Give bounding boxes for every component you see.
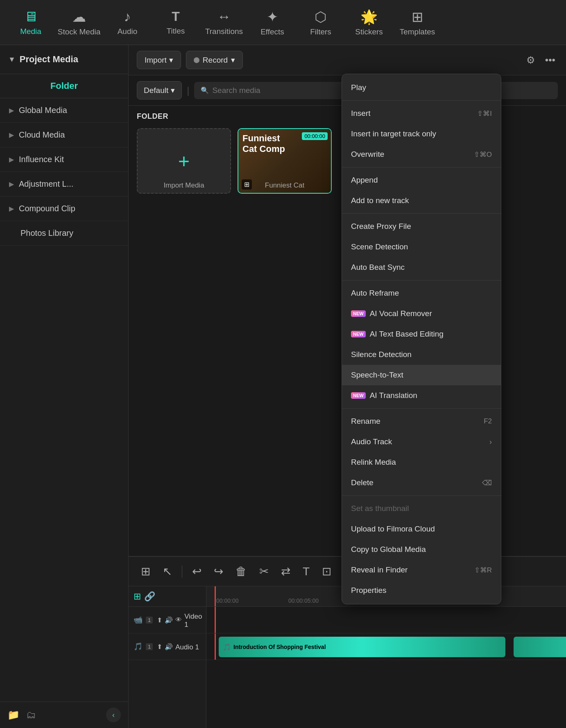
ctx-ai-vocal[interactable]: NEW AI Vocal Remover [342, 303, 501, 324]
import-button[interactable]: Import ▾ [137, 51, 181, 69]
funniest-cat-card[interactable]: FunniestCat Comp 00:00:00 ⊞ Funniest Cat [238, 128, 332, 194]
ctx-create-proxy[interactable]: Create Proxy File [342, 216, 501, 237]
grid-view-tool[interactable]: ⊞ [137, 562, 154, 581]
filters-icon: ⬡ [315, 9, 327, 25]
project-media-chevron[interactable]: ▼ [8, 55, 16, 64]
timeline-left-panel: ⊞ 🔗 📹 1 ⬆ 🔊 👁 Video 1 🎵 [129, 586, 206, 728]
nav-stock-media[interactable]: ☁ Stock Media [57, 4, 102, 41]
media-icon: 🖥 [24, 9, 38, 25]
ctx-add-new-track[interactable]: Add to new track [342, 190, 501, 211]
cut-tool[interactable]: ✂ [255, 562, 273, 581]
playhead[interactable] [215, 586, 216, 606]
ctx-properties[interactable]: Properties [342, 580, 501, 601]
ctx-ai-vocal-label-wrap: NEW AI Vocal Remover [351, 309, 432, 318]
clip-music-icon: 🎵 [223, 643, 231, 651]
selection-tool[interactable]: ↖ [158, 562, 176, 581]
ctx-play[interactable]: Play [342, 77, 501, 98]
audio-track-label: Audio 1 [175, 643, 199, 651]
main-area: ▼ Project Media Folder ▶ Global Media ▶ … [0, 45, 566, 728]
sidebar-item-cloud-media[interactable]: ▶ Cloud Media [0, 123, 128, 147]
ctx-delete-label-wrap: Delete [351, 478, 374, 487]
video-visible-icon[interactable]: 👁 [175, 616, 182, 624]
audio-export-icon[interactable]: ⬆ [157, 643, 162, 651]
record-button[interactable]: Record ▾ [186, 51, 243, 69]
redo-tool[interactable]: ↪ [210, 562, 227, 581]
ctx-delete[interactable]: Delete ⌫ [342, 473, 501, 493]
import-media-card[interactable]: + Import Media [137, 128, 231, 194]
ctx-ai-translation[interactable]: NEW AI Translation [342, 385, 501, 406]
ctx-speech-label: Speech-to-Text [351, 371, 403, 380]
ctx-reveal-finder[interactable]: Reveal in Finder ⇧⌘R [342, 560, 501, 580]
nav-media[interactable]: 🖥 Media [8, 4, 53, 41]
ctx-copy-global[interactable]: Copy to Global Media [342, 539, 501, 560]
ctx-auto-beat[interactable]: Auto Beat Sync [342, 257, 501, 278]
delete-tool[interactable]: 🗑 [231, 562, 251, 581]
ctx-ai-text[interactable]: NEW AI Text Based Editing [342, 324, 501, 344]
audio-mute-icon[interactable]: 🔊 [165, 643, 173, 651]
sidebar-item-label: Cloud Media [19, 130, 65, 140]
stock-media-icon: ☁ [72, 9, 86, 25]
undo-tool[interactable]: ↩ [188, 562, 206, 581]
ctx-audio-track-label-wrap: Audio Track [351, 437, 392, 446]
add-media-icon: + [178, 150, 190, 172]
ctx-scene-detection[interactable]: Scene Detection [342, 237, 501, 257]
left-sidebar: ▼ Project Media Folder ▶ Global Media ▶ … [0, 45, 129, 728]
nav-effects[interactable]: ✦ Effects [250, 4, 295, 41]
ctx-reveal-shortcut: ⇧⌘R [474, 566, 492, 574]
record-label: Record [203, 56, 228, 65]
ctx-append[interactable]: Append [342, 170, 501, 190]
video-track-label: Video 1 [184, 613, 202, 629]
nav-transitions-label: Transitions [205, 27, 243, 36]
ctx-upload-filmora[interactable]: Upload to Filmora Cloud [342, 519, 501, 539]
video-thumb-grid-icon: ⊞ [242, 179, 252, 190]
record-chevron-icon: ▾ [231, 55, 235, 65]
ctx-insert-target-label-wrap: Insert in target track only [351, 129, 436, 138]
video-mute-icon[interactable]: 🔊 [165, 616, 173, 624]
nav-filters[interactable]: ⬡ Filters [298, 4, 343, 41]
ctx-relink-media[interactable]: Relink Media [342, 452, 501, 473]
ctx-speech-to-text[interactable]: Speech-to-Text [342, 365, 501, 385]
sidebar-item-adjustment[interactable]: ▶ Adjustment L... [0, 172, 128, 197]
nav-titles[interactable]: T Titles [153, 4, 198, 41]
ctx-silence-detection[interactable]: Silence Detection [342, 344, 501, 365]
sidebar-item-global-media[interactable]: ▶ Global Media [0, 98, 128, 123]
ctx-copy-global-label: Copy to Global Media [351, 545, 426, 554]
nav-titles-label: Titles [167, 27, 185, 36]
sidebar-item-photos-library[interactable]: Photos Library [0, 221, 128, 246]
split-tool[interactable]: ⇄ [277, 562, 294, 581]
text-tool[interactable]: T [299, 563, 314, 581]
stickers-icon: 🌟 [360, 9, 378, 25]
ctx-rename[interactable]: Rename F2 [342, 411, 501, 432]
sidebar-item-influence-kit[interactable]: ▶ Influence Kit [0, 147, 128, 172]
nav-templates[interactable]: ⊞ Templates [395, 4, 440, 41]
top-nav: 🖥 Media ☁ Stock Media ♪ Audio T Titles ↔… [0, 0, 566, 45]
audio-clip-2[interactable] [514, 637, 566, 657]
add-folder-icon[interactable]: 📁 [7, 709, 20, 721]
nav-audio[interactable]: ♪ Audio [105, 4, 150, 41]
ctx-audio-track[interactable]: Audio Track › [342, 432, 501, 452]
link-icon[interactable]: 🔗 [144, 591, 155, 602]
ctx-insert[interactable]: Insert ⇧⌘I [342, 103, 501, 124]
new-folder-icon[interactable]: 🗂 [26, 709, 36, 721]
ctx-auto-reframe[interactable]: Auto Reframe [342, 283, 501, 303]
add-track-icon[interactable]: ⊞ [134, 591, 141, 602]
audio-clip[interactable]: 🎵 Introduction Of Shopping Festival [219, 637, 505, 657]
sidebar-item-compound-clip[interactable]: ▶ Compound Clip [0, 197, 128, 221]
ctx-auto-beat-label: Auto Beat Sync [351, 263, 405, 272]
video-export-icon[interactable]: ⬆ [157, 616, 162, 624]
ctx-properties-label: Properties [351, 586, 387, 595]
nav-stickers[interactable]: 🌟 Stickers [346, 4, 392, 41]
more-options-icon[interactable]: ••• [543, 52, 558, 68]
default-sort-button[interactable]: Default ▾ [137, 81, 182, 99]
ctx-insert-target[interactable]: Insert in target track only [342, 124, 501, 144]
default-chevron-icon: ▾ [171, 86, 175, 95]
ctx-overwrite[interactable]: Overwrite ⇧⌘O [342, 144, 501, 165]
nav-transitions[interactable]: ↔ Transitions [201, 4, 247, 41]
ctx-audio-track-arrow: › [489, 438, 492, 446]
crop-tool[interactable]: ⊡ [318, 562, 335, 581]
audio-track-icon: 🎵 [134, 642, 143, 651]
ctx-rename-label-wrap: Rename [351, 417, 380, 426]
sidebar-collapse-button[interactable]: ‹ [106, 708, 121, 722]
filter-icon[interactable]: ⚙ [524, 52, 538, 68]
tracks-area: 🎵 Introduction Of Shopping Festival [206, 607, 566, 728]
